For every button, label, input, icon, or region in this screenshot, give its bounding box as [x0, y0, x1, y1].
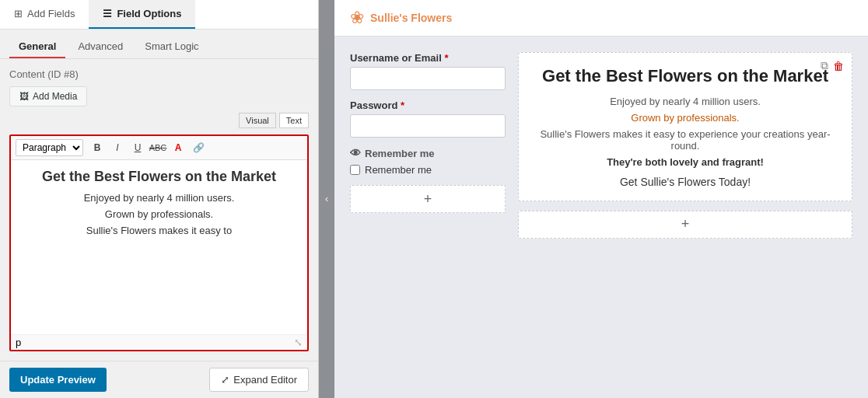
field-label-text: Content — [9, 68, 45, 80]
card-actions: ⧉ 🗑 — [821, 59, 844, 72]
visual-tab-button[interactable]: Visual — [239, 113, 276, 128]
add-field-button-login[interactable]: + — [350, 185, 506, 213]
format-select[interactable]: Paragraph Heading 1 Heading 2 — [16, 139, 83, 156]
left-panel: ⊞ Add Fields ☰ Field Options General Adv… — [0, 0, 319, 398]
remember-me-row: Remember me — [350, 164, 506, 176]
card-copy-button[interactable]: ⧉ — [821, 59, 828, 72]
login-form-column: Username or Email * Password * 👁 Remembe… — [350, 52, 506, 382]
card-line3: Sullie's Flowers makes it easy to experi… — [534, 128, 836, 152]
password-label-text: Password — [350, 100, 397, 111]
username-input[interactable] — [350, 67, 506, 90]
tab-add-fields[interactable]: ⊞ Add Fields — [0, 0, 89, 29]
add-fields-icon: ⊞ — [14, 8, 23, 19]
expand-editor-label: Expand Editor — [233, 374, 297, 386]
remember-me-section: 👁 Remember me Remember me — [350, 147, 506, 176]
collapse-arrow[interactable]: ‹ — [319, 0, 334, 398]
field-id-text: (ID #8) — [47, 68, 79, 80]
editor-tab-row: Visual Text — [9, 113, 309, 128]
content-card-column: ⧉ 🗑 Get the Best Flowers on the Market E… — [518, 52, 852, 382]
text-color-button[interactable]: A — [169, 139, 187, 156]
card-delete-button[interactable]: 🗑 — [833, 59, 844, 72]
remember-me-checkbox-label: Remember me — [365, 164, 432, 176]
username-required-marker: * — [444, 52, 448, 64]
password-required-marker: * — [401, 100, 404, 111]
username-label-text: Username or Email — [350, 52, 442, 64]
site-logo-icon: ❀ — [350, 8, 364, 28]
card-line2: Grown by professionals. — [534, 112, 836, 124]
editor-footer: p ⤡ — [11, 334, 307, 350]
username-label: Username or Email * — [350, 52, 506, 64]
editor-heading: Get the Best Flowers on the Market — [20, 168, 298, 186]
card-line1: Enjoyed by nearly 4 million users. — [534, 96, 836, 107]
underline-button[interactable]: U — [128, 139, 147, 156]
panel-content: Content (ID #8) 🖼 Add Media Visual Text … — [0, 59, 318, 361]
add-fields-label: Add Fields — [27, 8, 75, 19]
card-cta: Get Sullie's Flowers Today! — [534, 176, 836, 188]
field-label: Content (ID #8) — [9, 68, 309, 80]
field-options-icon: ☰ — [103, 8, 112, 19]
add-field-button-content[interactable]: + — [518, 211, 852, 239]
sub-tab-general[interactable]: General — [9, 36, 65, 58]
password-label: Password * — [350, 100, 506, 111]
sub-tabs: General Advanced Smart Logic — [0, 30, 318, 59]
update-preview-button[interactable]: Update Preview — [9, 368, 107, 392]
chevron-left-icon: ‹ — [325, 194, 328, 204]
form-area: Username or Email * Password * 👁 Remembe… — [334, 37, 868, 398]
expand-editor-button[interactable]: ⤢ Expand Editor — [209, 368, 309, 392]
remember-me-heading: 👁 Remember me — [350, 147, 506, 159]
password-field-group: Password * — [350, 100, 506, 138]
sub-tab-smart-logic[interactable]: Smart Logic — [135, 36, 208, 58]
strikethrough-button[interactable]: ABC — [149, 139, 167, 156]
field-options-label: Field Options — [117, 8, 181, 19]
bottom-bar: Update Preview ⤢ Expand Editor — [0, 361, 318, 398]
top-tabs: ⊞ Add Fields ☰ Field Options — [0, 0, 318, 30]
content-card: ⧉ 🗑 Get the Best Flowers on the Market E… — [518, 52, 852, 201]
username-field-group: Username or Email * — [350, 52, 506, 90]
text-tab-button[interactable]: Text — [279, 113, 309, 128]
card-title: Get the Best Flowers on the Market — [534, 65, 836, 88]
add-media-button[interactable]: 🖼 Add Media — [9, 86, 87, 106]
remember-me-section-label: Remember me — [365, 148, 435, 159]
sub-tab-advanced[interactable]: Advanced — [68, 36, 132, 58]
bold-button[interactable]: B — [88, 139, 107, 156]
italic-button[interactable]: I — [108, 139, 127, 156]
tab-field-options[interactable]: ☰ Field Options — [89, 0, 195, 29]
editor-footer-tag: p — [16, 337, 21, 348]
editor-line2: Grown by professionals. — [20, 208, 298, 220]
add-media-icon: 🖼 — [19, 91, 29, 102]
editor-wrapper: Paragraph Heading 1 Heading 2 B I U ABC … — [9, 134, 309, 351]
plus-icon-login: + — [424, 191, 432, 208]
editor-line3: Sullie's Flowers makes it easy to — [20, 225, 298, 236]
remember-me-checkbox[interactable] — [350, 165, 360, 175]
link-button[interactable]: 🔗 — [189, 139, 208, 156]
eye-icon: 👁 — [350, 147, 361, 159]
resize-handle-icon: ⤡ — [294, 337, 303, 348]
editor-format-bar: Paragraph Heading 1 Heading 2 B I U ABC … — [11, 136, 307, 160]
editor-line1: Enjoyed by nearly 4 million users. — [20, 192, 298, 204]
right-panel: ❀ Sullie's Flowers Username or Email * P… — [334, 0, 868, 398]
site-header: ❀ Sullie's Flowers — [334, 0, 868, 37]
password-input[interactable] — [350, 114, 506, 138]
editor-body[interactable]: Get the Best Flowers on the Market Enjoy… — [11, 160, 307, 334]
add-media-label: Add Media — [33, 91, 77, 102]
card-line4: They're both lovely and fragrant! — [534, 156, 836, 168]
site-name: Sullie's Flowers — [370, 12, 452, 24]
plus-icon-content: + — [681, 216, 690, 232]
expand-editor-icon: ⤢ — [221, 374, 229, 386]
